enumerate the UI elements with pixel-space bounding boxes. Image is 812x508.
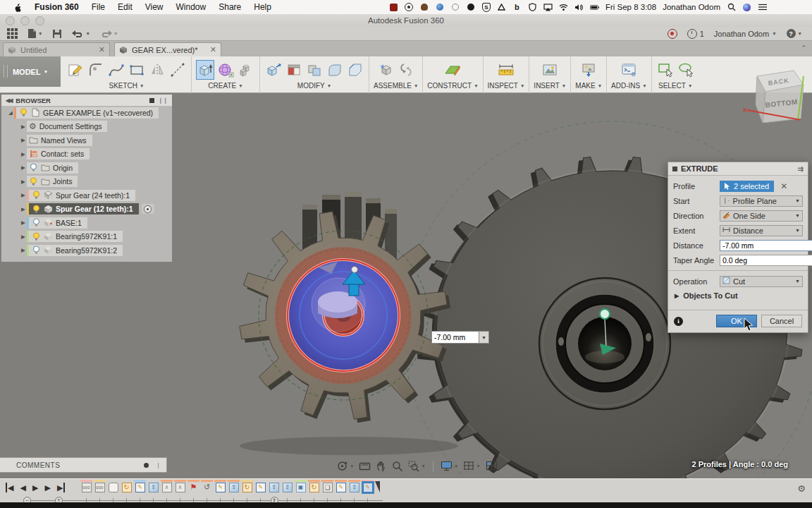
expand-icon[interactable]: ▶ <box>20 234 27 240</box>
timeline-position-marker[interactable] <box>375 481 380 492</box>
undo-icon[interactable]: ▼ <box>72 30 90 38</box>
expand-icon[interactable]: ▶ <box>20 164 27 171</box>
look-at-tool[interactable] <box>359 461 371 471</box>
sketch-menu[interactable]: SKETCH▼ <box>109 82 144 90</box>
expand-icon[interactable]: ▶ <box>20 206 27 212</box>
tab-gear-example[interactable]: GEAR EX...vered)* ✕ <box>114 42 221 56</box>
app-sphere-icon[interactable] <box>436 3 445 12</box>
profile-selected-chip[interactable]: 2 selected <box>720 181 774 192</box>
app-drive-icon[interactable] <box>497 3 506 12</box>
app-shield-check-icon[interactable] <box>528 3 537 12</box>
menu-help[interactable]: Help <box>254 2 271 12</box>
battery-icon[interactable] <box>590 3 599 12</box>
inspect-menu[interactable]: INSPECT▼ <box>488 82 525 90</box>
app-shield-s-icon[interactable]: S <box>482 3 491 12</box>
measure-icon[interactable] <box>497 60 515 80</box>
sketch-fillet-icon[interactable] <box>87 60 105 80</box>
browser-dock-icon[interactable] <box>149 98 154 103</box>
browser-item-origin[interactable]: ▶ Origin <box>1 161 172 175</box>
step-forward-button[interactable]: ▶ <box>44 483 50 492</box>
select-menu[interactable]: SELECT▼ <box>658 82 692 90</box>
browser-handle-icon[interactable]: ❘❘ <box>159 97 168 104</box>
construct-plane-ic[interactable] <box>443 60 462 80</box>
browser-item-spur-gear-12[interactable]: ▶ Spur Gear (12 teeth):1 <box>1 202 172 217</box>
step-back-button[interactable]: ◀ <box>20 483 25 492</box>
bulb-off-icon[interactable] <box>29 163 38 172</box>
extent-dropdown[interactable]: Distance▼ <box>720 225 803 236</box>
extrude-tool-icon[interactable] <box>196 60 214 80</box>
new-component-icon[interactable] <box>376 60 395 80</box>
browser-item-document-settings[interactable]: ▶ ⚙ Document Settings <box>1 120 172 134</box>
press-pull-icon[interactable] <box>264 60 283 80</box>
user-account-menu[interactable]: Jonathan Odom▼ <box>714 30 777 38</box>
menu-window[interactable]: Window <box>176 2 207 12</box>
expand-icon[interactable]: ▶ <box>20 247 27 253</box>
expand-icon[interactable]: ▶ <box>20 219 27 226</box>
screen-recording-icon[interactable] <box>389 3 398 12</box>
bulb-on-icon[interactable] <box>32 232 41 241</box>
activate-component-radio[interactable] <box>142 204 154 214</box>
timeline-features[interactable]: 000000↻✎⇧∧∧⚑↺✎⇧↻✎⇧⇧▣↻❏✎⇧✎ <box>80 480 374 494</box>
bulb-on-icon[interactable] <box>32 205 41 214</box>
window-select-icon[interactable] <box>656 60 675 80</box>
browser-item-bearing-2[interactable]: ▶ Bearing5972K91:2 <box>1 243 172 258</box>
app-b-icon[interactable]: b <box>512 3 522 12</box>
comments-dock-icon[interactable] <box>144 463 149 468</box>
tabbar-expand-icon[interactable]: ⌃ <box>801 44 806 52</box>
browser-item-named-views[interactable]: ▶ Named Views <box>1 133 172 147</box>
comments-handle-icon[interactable]: ❘ <box>156 462 161 468</box>
browser-item-base[interactable]: ▶ BASE:1 <box>1 216 172 230</box>
menu-edit[interactable]: Edit <box>118 2 133 12</box>
zoom-window-tool[interactable]: ▼ <box>408 461 425 472</box>
save-icon[interactable] <box>52 29 62 39</box>
notification-center-icon[interactable] <box>758 3 767 12</box>
3d-viewport[interactable]: ◀◀ BROWSER ❘❘ ◢ GEAR EXAMPLE (v1~recover… <box>0 93 812 478</box>
redo-icon[interactable]: ▼ <box>100 30 118 38</box>
close-tab-icon[interactable]: ✕ <box>210 45 216 54</box>
zoom-tool[interactable] <box>392 461 403 472</box>
expand-icon[interactable]: ▶ <box>20 179 27 185</box>
expand-icon[interactable]: ▶ <box>20 137 27 143</box>
combine-icon[interactable] <box>305 60 324 80</box>
create-menu[interactable]: CREATE▼ <box>208 82 242 90</box>
addins-menu[interactable]: ADD-INS▼ <box>611 82 647 90</box>
direction-dropdown[interactable]: One Side▼ <box>720 210 803 222</box>
create-sketch-icon[interactable] <box>66 60 85 80</box>
browser-item-bearing-1[interactable]: ▶ Bearing5972K91:1 <box>1 230 172 244</box>
objects-to-cut-expander[interactable]: ▶ Objects To Cut <box>668 289 808 303</box>
menu-view[interactable]: View <box>145 2 164 12</box>
dialog-detach-icon[interactable]: ⇉ <box>798 165 804 173</box>
make-menu[interactable]: MAKE▼ <box>575 82 602 90</box>
modify-menu[interactable]: MODIFY▼ <box>297 82 331 90</box>
create-form-icon[interactable] <box>216 60 235 80</box>
app-spiral-icon[interactable] <box>451 3 460 12</box>
sketch-construction-line-icon[interactable] <box>168 60 187 80</box>
wifi-icon[interactable] <box>559 3 568 12</box>
distance-field-dropdown-icon[interactable]: ▼ <box>479 331 489 344</box>
operation-dropdown[interactable]: Cut▼ <box>720 276 803 287</box>
browser-item-spur-gear-24[interactable]: ▶ Spur Gear (24 teeth):1 <box>1 188 172 202</box>
start-dropdown[interactable]: ❘·Profile Plane▼ <box>720 195 803 207</box>
menubar-user[interactable]: Jonathan Odom <box>663 3 720 11</box>
create-pattern-icon[interactable] <box>237 60 255 80</box>
collapse-browser-icon[interactable]: ◀◀ <box>6 97 11 104</box>
apple-menu-icon[interactable] <box>13 3 22 12</box>
multiple-views-tool[interactable]: ▼ <box>486 461 503 471</box>
assemble-menu[interactable]: ASSEMBLE▼ <box>374 82 418 90</box>
info-icon[interactable]: i <box>674 317 683 326</box>
close-tab-icon[interactable]: ✕ <box>99 45 105 54</box>
bulb-off-icon[interactable] <box>32 246 41 255</box>
extrude-dialog-header[interactable]: EXTRUDE ⇉ <box>668 162 808 176</box>
pan-tool[interactable] <box>376 461 387 472</box>
appearance-icon[interactable] <box>285 60 303 80</box>
volume-icon[interactable] <box>574 3 584 12</box>
app-monkey-icon[interactable] <box>420 3 429 12</box>
lasso-select-icon[interactable] <box>677 60 695 80</box>
bulb-on-icon[interactable] <box>32 190 41 200</box>
file-menu-icon[interactable]: ▼ <box>27 28 42 39</box>
bulb-on-icon[interactable] <box>19 108 28 117</box>
menubar-clock[interactable]: Fri Sep 8 3:08 <box>605 3 656 11</box>
browser-item-joints[interactable]: ▶ Joints <box>1 175 172 189</box>
airplay-icon[interactable] <box>543 3 553 12</box>
siri-icon[interactable] <box>742 3 751 12</box>
